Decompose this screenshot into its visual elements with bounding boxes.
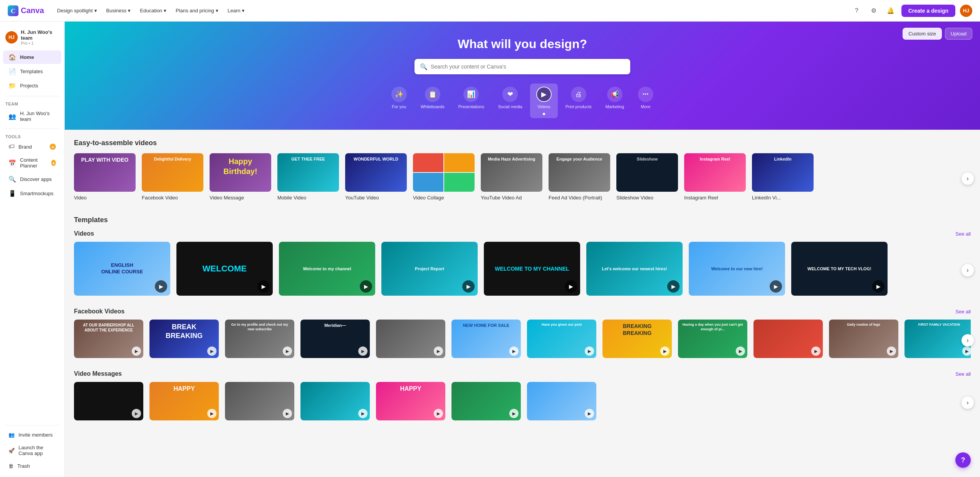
easy-card-linkedin-video[interactable]: LinkedIn LinkedIn Vi... bbox=[752, 153, 814, 201]
easy-card-video-collage[interactable]: Video Collage bbox=[413, 153, 475, 201]
category-videos[interactable]: ▶ Videos bbox=[530, 84, 558, 118]
fb-vid-play-11[interactable]: ▶ bbox=[887, 346, 896, 356]
easy-card-video[interactable]: PLAY WITH VIDEO Video bbox=[74, 153, 136, 201]
nav-learn[interactable]: Learn ▾ bbox=[224, 5, 248, 16]
vid-card-5[interactable]: WELCOME TO MY CHANNEL ▶ bbox=[484, 242, 580, 296]
vid-play-3[interactable]: ▶ bbox=[360, 280, 372, 293]
vid-card-6[interactable]: Let's welcome our newest hires! ▶ bbox=[586, 242, 683, 296]
fb-vid-play-4[interactable]: ▶ bbox=[358, 346, 368, 356]
sidebar-item-home[interactable]: 🏠 Home bbox=[3, 50, 61, 64]
upload-button[interactable]: Upload bbox=[945, 28, 972, 40]
help-icon[interactable]: ? bbox=[851, 5, 863, 17]
sidebar-item-trash[interactable]: 🗑 Trash bbox=[3, 460, 61, 472]
vid-card-1[interactable]: ENGLISHONLINE COURSE ▶ bbox=[74, 242, 170, 296]
fb-vid-card-3[interactable]: Go to my profile and check out my new su… bbox=[225, 320, 294, 358]
fb-vid-card-5[interactable]: ▶ bbox=[376, 320, 445, 358]
sidebar-item-invite[interactable]: 👥 Invite members bbox=[3, 429, 61, 441]
vm-play-2[interactable]: ▶ bbox=[207, 409, 216, 418]
nav-education[interactable]: Education ▾ bbox=[136, 5, 170, 16]
fb-vid-play-9[interactable]: ▶ bbox=[736, 346, 745, 356]
fb-videos-see-all[interactable]: See all bbox=[955, 309, 971, 315]
sidebar-item-brand[interactable]: 🏷 Brand ● bbox=[3, 140, 61, 153]
sidebar-item-projects[interactable]: 📁 Projects bbox=[3, 79, 61, 92]
vid-card-4[interactable]: Project Report ▶ bbox=[381, 242, 478, 296]
fb-vid-card-7[interactable]: Have you given our post ▶ bbox=[527, 320, 596, 358]
notifications-icon[interactable]: 🔔 bbox=[884, 5, 897, 17]
avatar[interactable]: HJ bbox=[960, 5, 972, 17]
easy-card-video-message[interactable]: Happy Birthday! Video Message bbox=[210, 153, 271, 201]
fb-videos-scroll-right[interactable]: › bbox=[962, 334, 974, 346]
category-social-media[interactable]: ❤ Social media bbox=[492, 84, 529, 118]
vm-card-4[interactable]: ▶ bbox=[300, 382, 370, 420]
fb-vid-card-1[interactable]: AT OUR BARBERSHOP ALL ABOUT THE EXPERIEN… bbox=[74, 320, 143, 358]
fb-vid-play-7[interactable]: ▶ bbox=[585, 346, 594, 356]
create-design-button[interactable]: Create a design bbox=[901, 5, 955, 17]
vid-messages-see-all[interactable]: See all bbox=[955, 371, 971, 377]
vm-play-3[interactable]: ▶ bbox=[283, 409, 292, 418]
fb-vid-card-10[interactable]: ▶ bbox=[753, 320, 823, 358]
custom-size-button[interactable]: Custom size bbox=[903, 28, 942, 40]
category-more[interactable]: ••• More bbox=[632, 84, 659, 118]
fb-vid-card-4[interactable]: Meridian— ▶ bbox=[300, 320, 370, 358]
fb-vid-card-6[interactable]: NEW HOME FOR SALE ▶ bbox=[451, 320, 521, 358]
nav-plans[interactable]: Plans and pricing ▾ bbox=[172, 5, 222, 16]
fb-vid-card-9[interactable]: Having a day when you just can't get eno… bbox=[678, 320, 747, 358]
sidebar-item-launch-app[interactable]: 🚀 Launch the Canva app bbox=[3, 442, 61, 459]
fb-vid-play-10[interactable]: ▶ bbox=[811, 346, 821, 356]
vm-card-5[interactable]: HAPPY ▶ bbox=[376, 382, 445, 420]
vid-play-2[interactable]: ▶ bbox=[257, 280, 270, 293]
vm-play-1[interactable]: ▶ bbox=[132, 409, 141, 418]
sidebar-item-content-planner[interactable]: 📅 Content Planner ● bbox=[3, 154, 61, 172]
hero-search-input[interactable] bbox=[431, 59, 625, 74]
vid-messages-scroll-right[interactable]: › bbox=[962, 397, 974, 409]
vid-play-5[interactable]: ▶ bbox=[565, 280, 577, 293]
vid-play-1[interactable]: ▶ bbox=[155, 280, 167, 293]
fb-vid-play-12[interactable]: ▶ bbox=[962, 346, 971, 356]
vid-card-2[interactable]: WELCOME ▶ bbox=[176, 242, 273, 296]
vid-play-6[interactable]: ▶ bbox=[667, 280, 680, 293]
category-whiteboards[interactable]: 📋 Whiteboards bbox=[414, 84, 451, 118]
fb-vid-card-11[interactable]: Daily routine of legs ▶ bbox=[829, 320, 898, 358]
sidebar-item-discover-apps[interactable]: 🔍 Discover apps bbox=[3, 172, 61, 186]
sidebar-item-smartmockups[interactable]: 📱 Smartmockups bbox=[3, 187, 61, 200]
vm-play-5[interactable]: ▶ bbox=[434, 409, 443, 418]
easy-videos-scroll-right[interactable]: › bbox=[962, 172, 974, 185]
category-for-you[interactable]: ✨ For you bbox=[385, 84, 413, 118]
vm-card-2[interactable]: HAPPY ▶ bbox=[149, 382, 219, 420]
easy-card-youtube-video-ad[interactable]: Media Haze Advertising YouTube Video Ad bbox=[481, 153, 542, 201]
nav-design-spotlight[interactable]: Design spotlight ▾ bbox=[53, 5, 101, 16]
category-presentations[interactable]: 📊 Presentations bbox=[452, 84, 490, 118]
canva-logo[interactable]: C Canva bbox=[8, 5, 44, 16]
help-bubble[interactable]: ? bbox=[955, 452, 971, 468]
fb-vid-play-2[interactable]: ▶ bbox=[207, 346, 216, 356]
fb-vid-play-6[interactable]: ▶ bbox=[509, 346, 519, 356]
fb-vid-card-12[interactable]: FIRST FAMILY VACATION ▶ bbox=[904, 320, 971, 358]
vm-card-7[interactable]: ▶ bbox=[527, 382, 596, 420]
vm-card-1[interactable]: ▶ bbox=[74, 382, 143, 420]
easy-card-feed-ad-video[interactable]: Engage your Audience Feed Ad Video (Port… bbox=[549, 153, 610, 201]
nav-business[interactable]: Business ▾ bbox=[102, 5, 135, 16]
easy-card-youtube-video[interactable]: WONDERFUL WORLD YouTube Video bbox=[345, 153, 407, 201]
fb-vid-play-5[interactable]: ▶ bbox=[434, 346, 443, 356]
vid-card-7[interactable]: Welcome to our new hire! ▶ bbox=[689, 242, 785, 296]
vm-card-3[interactable]: ▶ bbox=[225, 382, 294, 420]
videos-see-all[interactable]: See all bbox=[955, 231, 971, 237]
vid-card-3[interactable]: Welcome to my channel ▶ bbox=[279, 242, 375, 296]
vm-card-6[interactable]: ▶ bbox=[451, 382, 521, 420]
fb-vid-play-1[interactable]: ▶ bbox=[132, 346, 141, 356]
vm-play-7[interactable]: ▶ bbox=[585, 409, 594, 418]
vm-play-6[interactable]: ▶ bbox=[509, 409, 519, 418]
easy-card-facebook-video[interactable]: Delightful Delivery Facebook Video bbox=[142, 153, 203, 201]
settings-icon[interactable]: ⚙ bbox=[868, 5, 880, 17]
fb-vid-play-8[interactable]: ▶ bbox=[660, 346, 670, 356]
fb-vid-card-8[interactable]: BREAKINGBREAKING ▶ bbox=[602, 320, 672, 358]
category-marketing[interactable]: 📢 Marketing bbox=[599, 84, 630, 118]
vid-play-4[interactable]: ▶ bbox=[462, 280, 475, 293]
easy-card-mobile-video[interactable]: GET THEE FREE Mobile Video bbox=[277, 153, 339, 201]
videos-scroll-right[interactable]: › bbox=[962, 264, 974, 276]
sidebar-item-team[interactable]: 👥 H. Jun Woo's team bbox=[3, 107, 61, 125]
category-print[interactable]: 🖨 Print products bbox=[559, 84, 598, 118]
vm-play-4[interactable]: ▶ bbox=[358, 409, 368, 418]
easy-card-slideshow-video[interactable]: Slideshow Slideshow Video bbox=[616, 153, 678, 201]
vid-play-7[interactable]: ▶ bbox=[770, 280, 782, 293]
